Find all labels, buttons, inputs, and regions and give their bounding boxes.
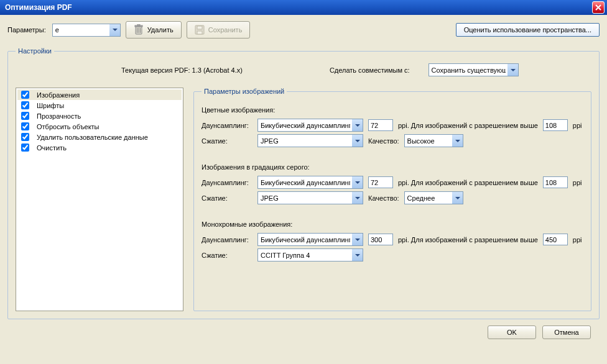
panel-legend: Параметры изображений	[202, 88, 287, 95]
ppi-suffix: ppi	[573, 122, 582, 129]
ok-button[interactable]: OK	[488, 325, 536, 339]
space-usage-button[interactable]: Оценить использование пространства...	[456, 23, 600, 37]
sidebar-item-label: Удалить пользовательские данные	[37, 134, 148, 141]
compress-combo[interactable]: JPEG	[257, 191, 363, 204]
cancel-button[interactable]: Отмена	[542, 325, 591, 339]
sidebar-item[interactable]: Отбросить объекты	[17, 121, 182, 132]
sidebar-checkbox[interactable]	[21, 143, 29, 152]
sidebar-checkbox[interactable]	[21, 101, 29, 109]
sidebar-checkbox[interactable]	[21, 91, 29, 99]
sidebar-item[interactable]: Очистить	[17, 142, 182, 153]
image-group: Изображения в градациях серого:Даунсампл…	[202, 163, 583, 204]
above-input[interactable]	[543, 234, 568, 245]
sidebar-item[interactable]: Удалить пользовательские данные	[17, 132, 182, 142]
quality-label: Качество:	[368, 194, 399, 202]
settings-fieldset: Настройки Текущая версия PDF: 1.3 (Acrob…	[7, 47, 600, 319]
downsample-combo[interactable]: Бикубический даунсамплинг	[257, 176, 363, 189]
params-label: Параметры:	[7, 26, 46, 34]
image-group: Монохромные изображения:Даунсамплинг:Бик…	[202, 221, 583, 262]
group-title: Цветные изображения:	[202, 106, 583, 114]
compress-label: Сжатие:	[202, 194, 253, 202]
sidebar-item[interactable]: Прозрачность	[17, 111, 182, 121]
compat-label: Сделать совместимым с:	[330, 66, 410, 74]
title-bar: Оптимизация PDF	[0, 0, 607, 15]
quality-combo[interactable]: Среднее	[404, 191, 463, 204]
ppi-suffix: ppi	[573, 236, 582, 243]
dialog-body: Параметры: e Удалить Сохранить	[0, 15, 607, 345]
quality-label: Качество:	[368, 137, 399, 145]
svg-rect-7	[197, 26, 202, 29]
quality-combo[interactable]: Высокое	[404, 134, 463, 147]
delete-button[interactable]: Удалить	[126, 21, 182, 39]
delete-button-label: Удалить	[147, 26, 174, 34]
compress-label: Сжатие:	[202, 137, 253, 145]
above-input[interactable]	[543, 176, 568, 188]
downsample-combo[interactable]: Бикубический даунсамплинг	[257, 233, 363, 246]
sidebar-checkbox[interactable]	[21, 133, 29, 141]
downsample-label: Даунсамплинг:	[202, 236, 253, 243]
save-button-label: Сохранить	[208, 26, 243, 34]
window-title: Оптимизация PDF	[5, 3, 72, 12]
ppi-suffix: ppi	[573, 179, 582, 186]
close-button[interactable]	[592, 1, 605, 14]
params-combo[interactable]: e	[52, 24, 121, 37]
sidebar-item-label: Прозрачность	[37, 112, 81, 120]
group-title: Изображения в градациях серого:	[202, 163, 583, 171]
dpi-input[interactable]	[368, 234, 393, 245]
sidebar-item-label: Очистить	[37, 144, 67, 152]
ppi-text: ppi. Для изображений с разрешением выше	[398, 122, 538, 129]
sidebar-item-label: Шрифты	[37, 102, 64, 109]
image-params-fieldset: Параметры изображений Цветные изображени…	[193, 88, 591, 311]
sidebar-item[interactable]: Изображения	[17, 89, 182, 100]
settings-legend: Настройки	[16, 47, 54, 55]
svg-rect-2	[137, 24, 140, 25]
compress-label: Сжатие:	[202, 252, 253, 259]
downsample-combo[interactable]: Бикубический даунсамплинг	[257, 119, 363, 132]
dpi-input[interactable]	[368, 176, 393, 188]
ppi-text: ppi. Для изображений с разрешением выше	[398, 236, 538, 243]
image-group: Цветные изображения:Даунсамплинг:Бикубич…	[202, 106, 583, 147]
sidebar-checkbox[interactable]	[21, 122, 29, 130]
sidebar-item-label: Изображения	[37, 91, 80, 99]
save-button: Сохранить	[187, 21, 251, 39]
ppi-text: ppi. Для изображений с разрешением выше	[398, 179, 538, 186]
sidebar-checkbox[interactable]	[21, 112, 29, 120]
downsample-label: Даунсамплинг:	[202, 179, 253, 186]
info-row: Текущая версия PDF: 1.3 (Acrobat 4.x) Сд…	[16, 61, 591, 88]
toolbar: Параметры: e Удалить Сохранить	[7, 21, 600, 39]
category-list: ИзображенияШрифтыПрозрачностьОтбросить о…	[16, 88, 183, 311]
compat-combo[interactable]: Сохранить существующую	[429, 63, 519, 76]
pdf-version-label: Текущая версия PDF: 1.3 (Acrobat 4.x)	[121, 66, 243, 74]
downsample-label: Даунсамплинг:	[202, 122, 253, 129]
sidebar-item-label: Отбросить объекты	[37, 123, 100, 130]
dialog-footer: OK Отмена	[7, 319, 600, 339]
group-title: Монохромные изображения:	[202, 221, 583, 228]
above-input[interactable]	[543, 119, 568, 131]
close-icon	[595, 4, 601, 11]
compress-combo[interactable]: JPEG	[257, 134, 363, 147]
sidebar-item[interactable]: Шрифты	[17, 100, 182, 111]
svg-rect-8	[197, 31, 202, 34]
compress-combo[interactable]: CCITT Группа 4	[257, 248, 363, 262]
dpi-input[interactable]	[368, 119, 393, 131]
floppy-icon	[195, 25, 205, 35]
trash-icon	[134, 24, 144, 35]
